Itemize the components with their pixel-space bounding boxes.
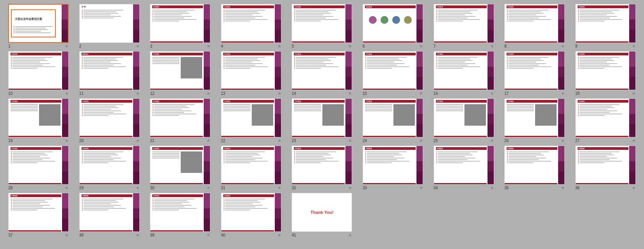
- slide-thumb-38[interactable]: 经费预算: [79, 193, 140, 232]
- star-icon-11[interactable]: ★: [136, 91, 140, 96]
- slide-thumb-29[interactable]: 活动策划: [79, 146, 140, 185]
- star-icon-26[interactable]: ★: [561, 138, 565, 143]
- star-icon-18[interactable]: ★: [632, 91, 636, 96]
- slide-cell-35: 经费预算35★: [500, 146, 569, 190]
- slide-thumb-25[interactable]: 节目策划: [434, 98, 494, 137]
- slide-thumb-21[interactable]: 节目策划: [150, 98, 210, 137]
- slide-thumb-35[interactable]: 经费预算: [504, 146, 565, 185]
- slide-thumb-18[interactable]: 节目策划: [575, 51, 636, 90]
- star-icon-38[interactable]: ★: [136, 233, 140, 238]
- slide-footer-1: 1★: [8, 44, 69, 49]
- slide-thumb-13[interactable]: 节目策划: [221, 51, 281, 90]
- slide-thumb-6[interactable]: 场地规划: [363, 4, 423, 43]
- slide-footer-41: 41★: [292, 233, 352, 238]
- slide-thumb-5[interactable]: 活动流程: [292, 4, 352, 43]
- star-icon-34[interactable]: ★: [490, 185, 494, 190]
- star-icon-1[interactable]: ★: [65, 44, 69, 49]
- slide-thumb-16[interactable]: 节目策划: [434, 51, 494, 90]
- star-icon-37[interactable]: ★: [65, 233, 69, 238]
- slide-thumb-41[interactable]: Thank You!: [292, 193, 352, 232]
- slide-thumb-22[interactable]: 节目策划: [221, 98, 281, 137]
- slide-thumb-31[interactable]: 活动策划: [221, 146, 281, 185]
- slide-thumb-20[interactable]: 节目策划: [79, 98, 140, 137]
- slide-cell-40: 活动策划40★: [217, 193, 286, 238]
- star-icon-4[interactable]: ★: [278, 44, 281, 49]
- star-icon-40[interactable]: ★: [278, 233, 281, 238]
- slide-thumb-4[interactable]: 活动策划: [221, 4, 281, 43]
- slide-cell-22: 节目策划22★: [217, 98, 286, 143]
- slide-thumb-39[interactable]: 活动策划: [150, 193, 210, 232]
- star-icon-12[interactable]: ★: [206, 91, 210, 96]
- slide-thumb-32[interactable]: 活动策划: [292, 146, 352, 185]
- slide-thumb-14[interactable]: 节目策划: [292, 51, 352, 90]
- star-icon-20[interactable]: ★: [136, 138, 140, 143]
- star-icon-28[interactable]: ★: [65, 185, 69, 190]
- slide-thumb-33[interactable]: 经费预算: [363, 146, 423, 185]
- slide-thumb-40[interactable]: 活动策划: [221, 193, 281, 232]
- slide-thumb-7[interactable]: 活动策划: [434, 4, 494, 43]
- slide-thumb-37[interactable]: 经费预算: [8, 193, 69, 232]
- star-icon-27[interactable]: ★: [632, 138, 636, 143]
- star-icon-19[interactable]: ★: [65, 138, 69, 143]
- star-icon-6[interactable]: ★: [419, 44, 423, 49]
- slide-number-25: 25: [434, 139, 441, 143]
- star-icon-17[interactable]: ★: [561, 91, 565, 96]
- slide-footer-9: 9★: [575, 44, 636, 49]
- star-icon-16[interactable]: ★: [490, 91, 494, 96]
- slide-number-35: 35: [504, 186, 512, 190]
- star-icon-35[interactable]: ★: [561, 185, 565, 190]
- slide-number-39: 39: [150, 233, 158, 237]
- slide-thumb-11[interactable]: 精彩演出: [79, 51, 140, 90]
- slide-thumb-1[interactable]: 大型企业年会策划方案: [8, 4, 69, 43]
- star-icon-15[interactable]: ★: [419, 91, 423, 96]
- slide-cell-32: 活动策划32★: [287, 146, 357, 190]
- star-icon-30[interactable]: ★: [206, 185, 210, 190]
- star-icon-31[interactable]: ★: [278, 185, 281, 190]
- slide-thumb-34[interactable]: 经费预算: [434, 146, 494, 185]
- star-icon-39[interactable]: ★: [206, 233, 210, 238]
- slide-thumb-30[interactable]: 活动策划: [150, 146, 210, 185]
- slide-cell-39: 活动策划39★: [146, 193, 215, 238]
- star-icon-13[interactable]: ★: [278, 91, 281, 96]
- slide-thumb-17[interactable]: 节目策划: [504, 51, 565, 90]
- slide-thumb-3[interactable]: 活动概述: [150, 4, 210, 43]
- slide-thumb-28[interactable]: 节目策划: [8, 146, 69, 185]
- slide-thumb-10[interactable]: 活动策划: [8, 51, 69, 90]
- slide-footer-19: 19★: [8, 138, 69, 143]
- star-icon-23[interactable]: ★: [348, 138, 352, 143]
- slide-thumb-19[interactable]: 节目策划: [8, 98, 69, 137]
- slide-number-11: 11: [79, 91, 87, 96]
- star-icon-7[interactable]: ★: [490, 44, 494, 49]
- star-icon-33[interactable]: ★: [419, 185, 423, 190]
- star-icon-21[interactable]: ★: [206, 138, 210, 143]
- slide-thumb-15[interactable]: 节目策划: [363, 51, 423, 90]
- slide-thumb-24[interactable]: 节目策划: [363, 98, 423, 137]
- star-icon-32[interactable]: ★: [348, 185, 352, 190]
- slide-thumb-36[interactable]: 经费预算: [575, 146, 636, 185]
- star-icon-36[interactable]: ★: [632, 185, 636, 190]
- star-icon-2[interactable]: ★: [136, 44, 140, 49]
- slide-footer-26: 26★: [504, 138, 565, 143]
- slide-thumb-27[interactable]: 节目策划: [575, 98, 636, 137]
- star-icon-41[interactable]: ★: [348, 233, 352, 238]
- slide-number-8: 8: [504, 44, 512, 48]
- star-icon-10[interactable]: ★: [65, 91, 69, 96]
- slide-thumb-12[interactable]: 节目策划: [150, 51, 210, 90]
- slide-thumb-8[interactable]: 活动策划: [504, 4, 565, 43]
- slide-cell-14: 节目策划14★: [287, 51, 357, 96]
- slide-number-40: 40: [221, 233, 229, 237]
- star-icon-8[interactable]: ★: [561, 44, 565, 49]
- star-icon-3[interactable]: ★: [206, 44, 210, 49]
- star-icon-9[interactable]: ★: [632, 44, 636, 49]
- star-icon-24[interactable]: ★: [419, 138, 423, 143]
- star-icon-14[interactable]: ★: [348, 91, 352, 96]
- star-icon-22[interactable]: ★: [278, 138, 281, 143]
- slide-thumb-2[interactable]: 目 录: [79, 4, 140, 43]
- slide-number-32: 32: [292, 186, 299, 190]
- slide-thumb-9[interactable]: 活动策划: [575, 4, 636, 43]
- star-icon-5[interactable]: ★: [348, 44, 352, 49]
- slide-thumb-23[interactable]: 节目策划: [292, 98, 352, 137]
- star-icon-25[interactable]: ★: [490, 138, 494, 143]
- star-icon-29[interactable]: ★: [136, 185, 140, 190]
- slide-thumb-26[interactable]: 节目策划: [504, 98, 565, 137]
